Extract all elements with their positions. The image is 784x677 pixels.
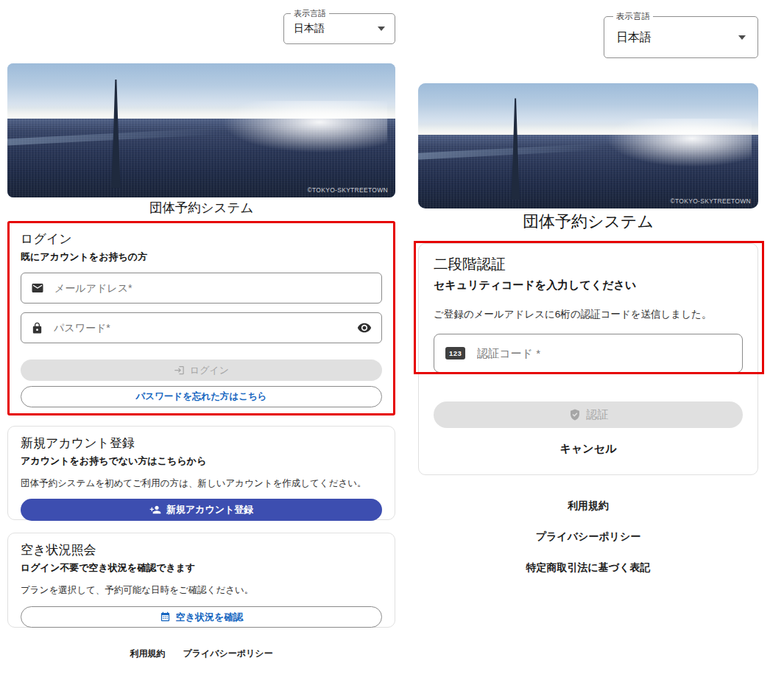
login-subheading: 既にアカウントをお持ちの方 [21,250,382,264]
availability-button-label: 空き状況を確認 [176,611,244,624]
left-page-title: 団体予約システム [7,199,395,217]
right-commerce-link[interactable]: 特定商取引法に基づく表記 [526,561,651,575]
cancel-button[interactable]: キャンセル [434,442,743,456]
left-hero-image: ©TOKYO-SKYTREETOWN [7,63,395,197]
right-language-select[interactable]: 表示言語 日本語 [604,16,758,58]
hero-sun-glare [209,101,387,157]
right-hero-watermark: ©TOKYO-SKYTREETOWN [670,197,751,205]
right-terms-link[interactable]: 利用規約 [568,499,609,513]
register-button-label: 新規アカウント登録 [166,503,254,516]
availability-card: 空き状況照会 ログイン不要で空き状況を確認できます プランを選択して、予約可能な… [7,533,395,628]
left-hero-watermark: ©TOKYO-SKYTREETOWN [307,186,388,194]
hero-sun-glare [595,119,752,171]
code-field[interactable]: 123 [434,334,743,373]
chevron-down-icon [738,35,746,40]
chevron-down-icon [378,27,385,31]
calendar-icon [160,611,171,622]
register-heading: 新規アカウント登録 [21,435,382,452]
left-terms-link[interactable]: 利用規約 [130,648,165,660]
availability-heading: 空き状況照会 [21,541,382,558]
page: 表示言語 日本語 ©TOKYO-SKYTREETOWN 団体予約システム ログイ… [0,0,784,677]
right-language-label: 表示言語 [613,11,653,22]
right-privacy-link[interactable]: プライバシーポリシー [536,530,641,544]
eye-icon[interactable] [357,320,372,335]
lock-icon [31,322,43,334]
availability-button[interactable]: 空き状況を確認 [21,606,382,628]
right-page-title: 団体予約システム [418,211,758,233]
verify-button[interactable]: 認証 [434,401,743,428]
password-input[interactable] [52,321,348,334]
123-icon: 123 [445,347,465,360]
password-field[interactable] [21,312,382,343]
shield-check-icon [568,408,582,421]
login-button-label: ログイン [190,364,229,377]
register-subheading: アカウントをお持ちでない方はこちらから [21,455,382,468]
right-language-value: 日本語 [616,29,651,45]
left-language-value: 日本語 [294,22,325,35]
left-privacy-link[interactable]: プライバシーポリシー [183,648,272,660]
forgot-password-button[interactable]: パスワードを忘れた方はこちら [21,386,382,407]
right-hero-image: ©TOKYO-SKYTREETOWN [418,83,758,208]
left-language-label: 表示言語 [291,8,329,19]
login-card: ログイン 既にアカウントをお持ちの方 ログイン パスワードを忘れた方はこちら [7,221,395,415]
right-footer: 利用規約 プライバシーポリシー 特定商取引法に基づく表記 [418,499,758,575]
person-add-icon [149,504,161,516]
code-input[interactable] [476,346,731,360]
email-field[interactable] [21,273,382,304]
twofactor-subheading: セキュリティコードを入力してください [434,278,743,292]
forgot-password-label: パスワードを忘れた方はこちら [135,390,266,403]
register-card: 新規アカウント登録 アカウントをお持ちでない方はこちらから 団体予約システムを初… [7,426,395,520]
twofactor-card: 二段階認証 セキュリティコードを入力してください ご登録のメールアドレスに6桁の… [418,243,758,475]
left-footer: 利用規約 プライバシーポリシー [7,648,395,660]
login-heading: ログイン [21,231,382,248]
login-button[interactable]: ログイン [21,359,382,381]
verify-button-label: 認証 [587,408,609,422]
register-body: 団体予約システムを初めてご利用の方は、新しいアカウントを作成してください。 [21,477,382,490]
email-input[interactable] [53,281,372,295]
twofactor-heading: 二段階認証 [434,254,743,274]
register-button[interactable]: 新規アカウント登録 [21,499,382,521]
availability-body: プランを選択して、予約可能な日時をご確認ください。 [21,584,382,597]
email-icon [31,281,44,295]
twofactor-body: ご登録のメールアドレスに6桁の認証コードを送信しました。 [434,308,743,321]
availability-subheading: ログイン不要で空き状況を確認できます [21,561,382,575]
left-language-select[interactable]: 表示言語 日本語 [283,13,395,44]
login-icon [174,365,185,376]
